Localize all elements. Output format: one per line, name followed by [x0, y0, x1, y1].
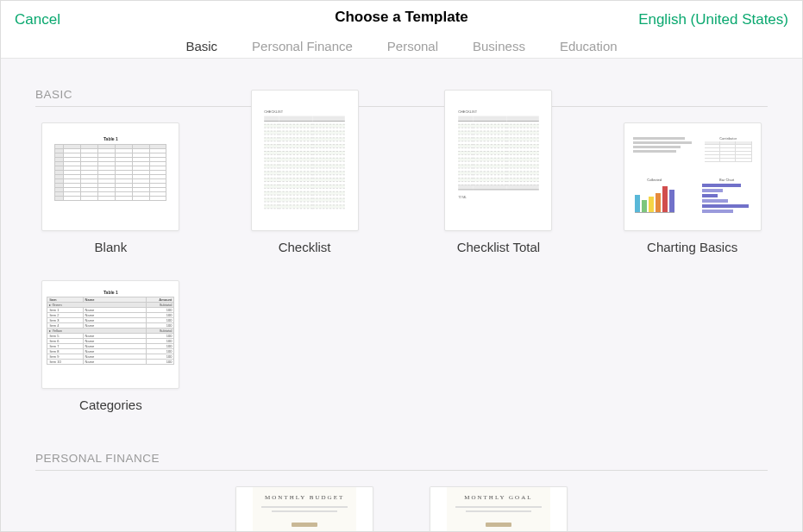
page-title: Choose a Template [335, 9, 468, 26]
category-tabs: Basic Personal Finance Personal Business… [1, 32, 802, 53]
header-row: Cancel Choose a Template English (United… [1, 1, 802, 32]
templates-grid-personal-finance: MONTHLY BUDGET MONTHLY GOAL [35, 486, 768, 532]
template-checklist-total-label: Checklist Total [457, 240, 540, 254]
template-monthly-budget-thumbnail: MONTHLY BUDGET [235, 486, 373, 532]
header-bar: Cancel Choose a Template English (United… [1, 1, 802, 59]
tab-personal-finance[interactable]: Personal Finance [252, 39, 353, 53]
template-charting-basics-thumbnail: Contributor Collected [624, 122, 762, 231]
templates-grid-basic: Table 1 [35, 122, 768, 412]
template-blank-thumbnail: Table 1 [41, 122, 179, 231]
template-categories-label: Categories [79, 397, 142, 412]
template-checklist[interactable]: CHECKLIST [229, 90, 380, 254]
template-charting-basics[interactable]: Contributor Collected [617, 122, 768, 254]
section-heading-basic: BASIC [35, 83, 768, 107]
template-chooser-content[interactable]: BASIC Table 1 [1, 59, 802, 532]
tab-business[interactable]: Business [473, 39, 525, 53]
template-monthly-budget[interactable]: MONTHLY BUDGET [229, 486, 380, 532]
language-button[interactable]: English (United States) [638, 11, 788, 28]
template-checklist-thumbnail: CHECKLIST [251, 90, 359, 231]
template-monthly-goal[interactable]: MONTHLY GOAL [423, 486, 574, 532]
template-blank[interactable]: Table 1 [35, 122, 186, 254]
tab-personal[interactable]: Personal [387, 39, 438, 53]
template-checklist-total[interactable]: CHECKLIST TO [423, 90, 574, 254]
template-categories-thumbnail: Table 1 ItemNameAmount ▸ GreenSubtotal I… [41, 280, 179, 389]
cancel-button[interactable]: Cancel [15, 11, 60, 28]
monthly-goal-thumb-title: MONTHLY GOAL [452, 494, 545, 501]
template-monthly-goal-thumbnail: MONTHLY GOAL [430, 486, 568, 532]
template-charting-basics-label: Charting Basics [647, 240, 737, 254]
template-checklist-label: Checklist [279, 240, 331, 254]
tab-basic[interactable]: Basic [185, 39, 217, 53]
section-heading-personal-finance: PERSONAL FINANCE [35, 447, 768, 471]
template-blank-label: Blank [95, 240, 128, 254]
template-checklist-total-thumbnail: CHECKLIST TO [444, 90, 552, 231]
tab-education[interactable]: Education [560, 39, 618, 53]
monthly-budget-thumb-title: MONTHLY BUDGET [258, 494, 351, 501]
template-categories[interactable]: Table 1 ItemNameAmount ▸ GreenSubtotal I… [35, 280, 186, 412]
